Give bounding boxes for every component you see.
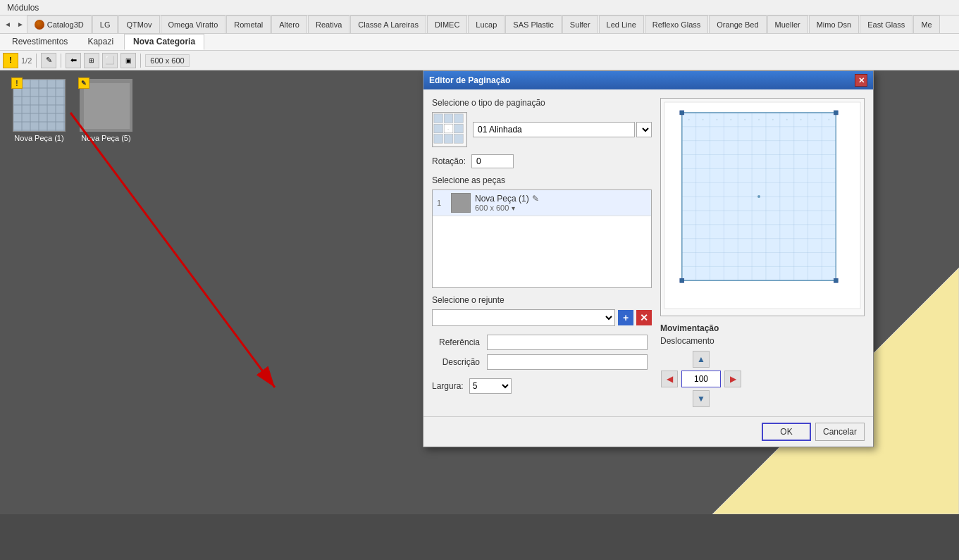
dialog-close-btn[interactable]: ✕: [855, 74, 867, 87]
catalog-tab-dimec[interactable]: DIMEC: [427, 15, 467, 33]
page-indicator: 1/2: [21, 56, 32, 65]
catalog-tab-rometal[interactable]: Rometal: [226, 15, 271, 33]
catalog-tab-eastglass-label: East Glass: [867, 20, 905, 29]
catalog-tab-lg[interactable]: LG: [92, 15, 118, 33]
catalog-tab-label: Catalog3D: [47, 20, 84, 29]
svg-point-54: [758, 119, 760, 120]
ref-input[interactable]: [487, 335, 648, 350]
window-title: Módulos: [3, 3, 43, 13]
cancel-button[interactable]: Cancelar: [815, 423, 865, 441]
desc-row: Descrição: [433, 353, 650, 371]
warning-btn[interactable]: !: [3, 53, 18, 68]
rejunte-add-btn[interactable]: +: [618, 310, 633, 325]
svg-point-49: [688, 119, 690, 120]
catalog-tab-orangebed[interactable]: Orange Bed: [709, 15, 766, 33]
editor-dialog: Editor de Paginação ✕ Selecione o tipo d…: [423, 70, 874, 447]
warning-badge-1: !: [11, 77, 23, 89]
catalog-tab-reflexo[interactable]: Reflexo Glass: [645, 15, 708, 33]
nav-back-btn[interactable]: ◄: [1, 15, 14, 33]
list-edit-btn[interactable]: ✎: [532, 194, 539, 204]
rotation-row: Rotação:: [432, 154, 652, 168]
svg-point-59: [828, 119, 829, 120]
list-info-1: Nova Peça (1) ✎ 600 x 600 ▾: [475, 194, 647, 212]
pencil-overlay: ✎: [78, 77, 89, 89]
pieces-list-item-1[interactable]: 1 Nova Peça (1) ✎ 600 x 600 ▾: [433, 190, 651, 216]
svg-point-58: [814, 119, 815, 120]
pieces-list-section: Selecione as peças 1 Nova Peça (1) ✎: [432, 175, 652, 288]
largura-select[interactable]: 2 3 4 5 6 8 10: [469, 378, 512, 394]
rejunte-select[interactable]: [432, 309, 615, 326]
movimentacao-label: Movimentação: [660, 323, 865, 333]
catalog-tab-altero[interactable]: Altero: [271, 15, 307, 33]
piece-item-5[interactable]: ✎ Nova Peça (5): [80, 79, 132, 142]
desc-input[interactable]: [487, 354, 648, 370]
pagination-name-input[interactable]: [473, 122, 635, 137]
preview-area: [660, 98, 865, 316]
move-up-btn[interactable]: ▲: [693, 351, 710, 368]
sub-tab-revestimentos[interactable]: Revestimentos: [3, 34, 77, 50]
separator-2: [61, 54, 61, 68]
catalog-tab-qtmov[interactable]: QTMov: [118, 15, 159, 33]
svg-rect-11: [434, 135, 443, 143]
separator-1: [36, 54, 37, 68]
svg-rect-12: [444, 114, 452, 123]
catalog-tab-mimodsn[interactable]: Mimo Dsn: [809, 15, 860, 33]
move-down-btn[interactable]: ▼: [693, 390, 710, 407]
catalog-tab-eastglass[interactable]: East Glass: [860, 15, 912, 33]
rejunte-label: Selecione o rejunte: [432, 295, 652, 305]
svg-rect-4: [84, 83, 130, 129]
list-piece-name: Nova Peça (1): [475, 194, 529, 204]
piece-item-1[interactable]: ! Nova Peça (1): [13, 79, 66, 142]
catalog-tab-mueller[interactable]: Mueller: [767, 15, 808, 33]
move-right-btn[interactable]: ▶: [724, 371, 741, 387]
sub-tabs: Revestimentos Kapazi Nova Categoria: [0, 34, 959, 51]
dialog-title: Editor de Paginação: [429, 75, 510, 85]
dialog-right-panel: Movimentação Deslocamento ▲ ◀ ▶ ▼: [660, 98, 865, 408]
catalog-tab-omega[interactable]: Omega Viratto: [161, 15, 226, 33]
move-left-btn[interactable]: ◀: [661, 371, 678, 387]
catalog-tab-classea[interactable]: Classe A Lareiras: [350, 15, 426, 33]
ref-row: Referência: [433, 333, 650, 351]
pencil-btn[interactable]: ✎: [41, 53, 56, 68]
movimentacao-section: Movimentação Deslocamento ▲ ◀ ▶ ▼: [660, 323, 865, 408]
list-size-dropdown[interactable]: ▾: [512, 204, 515, 212]
svg-rect-18: [454, 135, 463, 143]
svg-point-57: [800, 119, 802, 120]
sub-tab-kapazi[interactable]: Kapazi: [78, 34, 123, 50]
svg-rect-9: [434, 114, 443, 123]
tool-btn-3[interactable]: ⬜: [102, 53, 118, 68]
svg-rect-48: [834, 278, 838, 282]
catalog-tab-catalog3d[interactable]: Catalog3D: [27, 15, 92, 33]
sub-tab-nova-categoria[interactable]: Nova Categoria: [124, 34, 204, 50]
svg-point-53: [744, 119, 745, 120]
tool-btn-1[interactable]: ⬅: [66, 53, 81, 68]
largura-row: Largura: 2 3 4 5 6 8 10: [432, 378, 652, 394]
catalog-tab-lucap[interactable]: Lucap: [468, 15, 505, 33]
pagination-type-select[interactable]: ▾: [636, 122, 652, 137]
svg-rect-16: [454, 114, 463, 123]
catalog-tab-reativa[interactable]: Reativa: [308, 15, 349, 33]
catalog-tab-sas[interactable]: SAS Plastic: [505, 15, 561, 33]
move-value-input[interactable]: [681, 371, 721, 387]
dialog-body: Selecione o tipo de paginação ·: [423, 89, 873, 416]
svg-point-50: [703, 119, 704, 120]
ok-button[interactable]: OK: [762, 423, 811, 441]
rejunte-del-btn[interactable]: ✕: [636, 310, 652, 325]
svg-rect-45: [680, 111, 684, 115]
svg-point-52: [730, 119, 731, 120]
svg-point-44: [757, 195, 760, 198]
tool-btn-2[interactable]: ⊞: [84, 53, 99, 68]
tool-btn-4[interactable]: ▣: [120, 53, 136, 68]
catalog-tab-ledline[interactable]: Led Line: [599, 15, 644, 33]
preview-svg: [661, 99, 864, 316]
svg-point-55: [772, 119, 774, 120]
catalog-tab-me[interactable]: Me: [913, 15, 939, 33]
svg-rect-46: [834, 111, 838, 115]
rotation-input[interactable]: [471, 154, 514, 168]
svg-point-51: [716, 119, 717, 120]
nav-forward-btn[interactable]: ►: [14, 15, 27, 33]
pagination-type-row: · ▾: [432, 112, 652, 147]
catalog-tabs: ◄ ► Catalog3D LG QTMov Omega Viratto Rom…: [0, 15, 959, 34]
catalog-tab-sulfer[interactable]: Sulfer: [562, 15, 598, 33]
catalog-dot-icon: [35, 20, 44, 30]
